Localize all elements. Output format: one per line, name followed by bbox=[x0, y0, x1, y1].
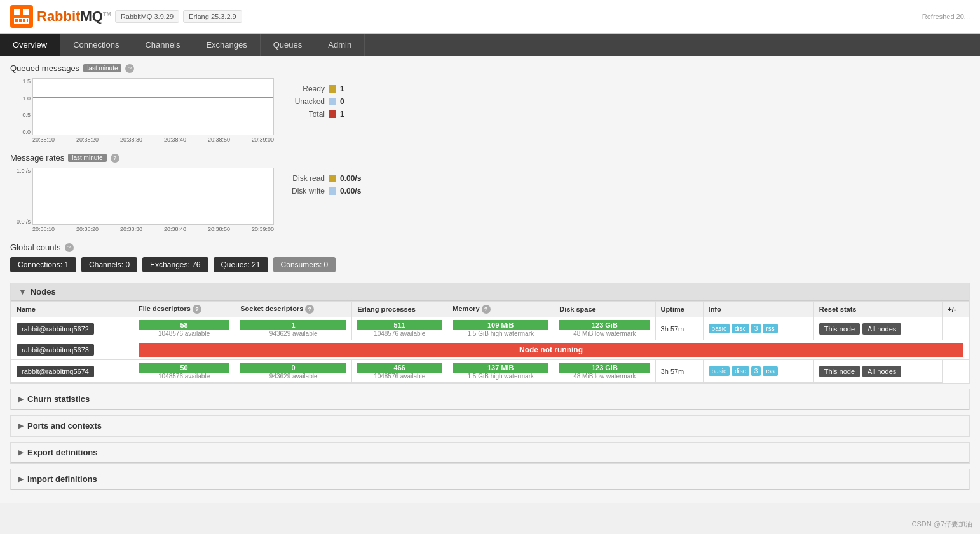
th-plus-minus[interactable]: +/- bbox=[943, 302, 969, 317]
message-rates-chart-wrapper: 1.0 /s 0.0 /s 20:38:10 20:38:20 20:38:30… bbox=[10, 168, 274, 232]
churn-statistics-label: Churn statistics bbox=[27, 394, 90, 404]
connections-count-btn[interactable]: Connections: 1 bbox=[10, 257, 76, 272]
memory-bar-5674: 137 MiB bbox=[453, 363, 548, 373]
disk-bar-5672: 123 GiB bbox=[559, 320, 650, 330]
nodes-table: Name File descriptors ? Socket descripto… bbox=[11, 301, 969, 383]
consumers-count-btn[interactable]: Consumers: 0 bbox=[273, 257, 336, 272]
ports-contexts-arrow: ▶ bbox=[18, 422, 24, 429]
nav-overview[interactable]: Overview bbox=[0, 34, 60, 56]
legend-unacked-color bbox=[329, 98, 336, 105]
import-definitions-header[interactable]: ▶ Import definitions bbox=[11, 469, 969, 490]
svg-rect-4 bbox=[15, 19, 18, 22]
x-label-5: 20:38:50 bbox=[208, 137, 230, 143]
reset-btns-5674: This node All nodes bbox=[819, 366, 937, 377]
info-cell-5672: basic disc 3 rss bbox=[703, 317, 813, 340]
th-reset-stats: Reset stats bbox=[813, 302, 943, 317]
logo-text: RabbitMQTM bbox=[37, 8, 111, 25]
memory-cell-5674: 137 MiB 1.5 GiB high watermark bbox=[447, 360, 554, 383]
x-label-3: 20:38:30 bbox=[120, 137, 142, 143]
file-desc-help-icon[interactable]: ? bbox=[193, 305, 201, 314]
rates-x-label-1: 20:38:10 bbox=[32, 226, 55, 232]
legend-disk-read-color bbox=[329, 175, 336, 182]
this-node-btn-5672[interactable]: This node bbox=[819, 323, 860, 335]
disk-bar-5674: 123 GiB bbox=[559, 363, 650, 373]
socket-desc-help-icon[interactable]: ? bbox=[305, 305, 314, 314]
y-label-4: 0.0 bbox=[10, 129, 31, 135]
export-definitions-label: Export definitions bbox=[27, 448, 98, 457]
header: RabbitMQTM RabbitMQ 3.9.29 Erlang 25.3.2… bbox=[0, 0, 980, 34]
node-not-running-text: Node not running bbox=[139, 343, 963, 357]
global-counts-header: Global counts ? bbox=[10, 243, 970, 252]
this-node-btn-5674[interactable]: This node bbox=[819, 366, 860, 377]
y-label-3: 0.5 bbox=[10, 112, 31, 118]
nav-exchanges[interactable]: Exchanges bbox=[193, 34, 260, 56]
nodes-section-header[interactable]: ▼ Nodes bbox=[11, 283, 969, 301]
rates-y-label-3: 0.0 /s bbox=[10, 218, 31, 225]
memory-sub-5674: 1.5 GiB high watermark bbox=[453, 373, 548, 380]
queued-messages-legend: Ready 1 Unacked 0 Total 1 bbox=[287, 78, 353, 119]
message-rates-legend: Disk read 0.00/s Disk write 0.00/s bbox=[287, 168, 361, 196]
nav-queues[interactable]: Queues bbox=[261, 34, 316, 56]
memory-help-icon[interactable]: ? bbox=[482, 305, 491, 314]
nav-channels[interactable]: Channels bbox=[132, 34, 193, 56]
file-desc-sub-5672: 1048576 available bbox=[139, 330, 229, 337]
export-definitions-header[interactable]: ▶ Export definitions bbox=[11, 443, 969, 463]
badge-rss-5674: rss bbox=[763, 366, 777, 376]
th-memory: Memory ? bbox=[447, 302, 554, 317]
churn-statistics-header[interactable]: ▶ Churn statistics bbox=[11, 389, 969, 410]
node-not-running-cell: Node not running bbox=[133, 340, 969, 360]
channels-count-btn[interactable]: Channels: 0 bbox=[81, 257, 137, 272]
erlang-bar-5672: 511 bbox=[357, 320, 442, 330]
erlang-cell-5672: 511 1048576 available bbox=[352, 317, 447, 340]
reset-cell-5674: This node All nodes bbox=[813, 360, 943, 383]
info-badges-5672: basic disc 3 rss bbox=[709, 324, 808, 333]
node-name-cell-5674: rabbit@rabbitmq5674 bbox=[11, 360, 133, 383]
legend-disk-write-label: Disk write bbox=[287, 187, 325, 196]
nav-admin[interactable]: Admin bbox=[315, 34, 365, 56]
th-erlang-proc: Erlang processes bbox=[352, 302, 447, 317]
import-definitions-arrow: ▶ bbox=[18, 476, 24, 483]
queued-messages-chart-row: 1.5 1.0 0.5 0.0 20:38:10 20:38:20 20:38:… bbox=[10, 78, 970, 143]
global-counts-help-icon[interactable]: ? bbox=[65, 243, 74, 252]
queued-messages-chart-svg bbox=[32, 78, 274, 135]
import-definitions-label: Import definitions bbox=[27, 474, 97, 484]
queues-count-btn[interactable]: Queues: 21 bbox=[214, 257, 268, 272]
th-disk-space: Disk space bbox=[554, 302, 655, 317]
export-definitions-section: ▶ Export definitions bbox=[10, 442, 970, 464]
legend-unacked: Unacked 0 bbox=[287, 97, 353, 106]
ports-contexts-header[interactable]: ▶ Ports and contexts bbox=[11, 416, 969, 436]
socket-desc-bar-5674: 0 bbox=[240, 363, 346, 373]
svg-rect-1 bbox=[14, 9, 20, 15]
all-nodes-btn-5672[interactable]: All nodes bbox=[862, 323, 901, 335]
disk-cell-5674: 123 GiB 48 MiB low watermark bbox=[554, 360, 655, 383]
badge-disc-5672: disc bbox=[732, 324, 749, 333]
rates-x-labels: 20:38:10 20:38:20 20:38:30 20:38:40 20:3… bbox=[32, 226, 274, 232]
message-rates-header: Message rates last minute ? bbox=[10, 153, 970, 163]
th-info: Info bbox=[703, 302, 813, 317]
chart-y-axis: 1.5 1.0 0.5 0.0 bbox=[10, 78, 31, 135]
uptime-cell-5672: 3h 57m bbox=[655, 317, 703, 340]
erlang-sub-5672: 1048576 available bbox=[357, 330, 442, 337]
queued-messages-title: Queued messages bbox=[10, 63, 79, 73]
erlang-badge: Erlang 25.3.2.9 bbox=[183, 10, 242, 23]
nodes-title: Nodes bbox=[31, 287, 56, 297]
file-desc-sub-5674: 1048576 available bbox=[139, 373, 229, 380]
refresh-text: Refreshed 20... bbox=[922, 13, 970, 20]
legend-total-label: Total bbox=[287, 110, 325, 119]
logo: RabbitMQTM RabbitMQ 3.9.29 Erlang 25.3.2… bbox=[10, 5, 242, 28]
th-name: Name bbox=[11, 302, 133, 317]
queued-messages-help-icon[interactable]: ? bbox=[125, 64, 134, 73]
legend-total-color bbox=[329, 110, 336, 118]
queued-messages-chart-wrapper: 1.5 1.0 0.5 0.0 20:38:10 20:38:20 20:38:… bbox=[10, 78, 274, 143]
erlang-sub-5674: 1048576 available bbox=[357, 373, 442, 380]
badge-disc-5674: disc bbox=[732, 366, 749, 376]
queued-messages-chart-container: 1.5 1.0 0.5 0.0 20:38:10 20:38:20 20:38:… bbox=[10, 78, 274, 143]
legend-ready-label: Ready bbox=[287, 84, 325, 93]
rates-x-label-5: 20:38:50 bbox=[208, 226, 230, 232]
erlang-cell-5674: 466 1048576 available bbox=[352, 360, 447, 383]
nav-connections[interactable]: Connections bbox=[60, 34, 132, 56]
file-desc-bar-5674: 50 bbox=[139, 363, 229, 373]
exchanges-count-btn[interactable]: Exchanges: 76 bbox=[142, 257, 208, 272]
message-rates-help-icon[interactable]: ? bbox=[111, 154, 119, 163]
all-nodes-btn-5674[interactable]: All nodes bbox=[862, 366, 901, 377]
